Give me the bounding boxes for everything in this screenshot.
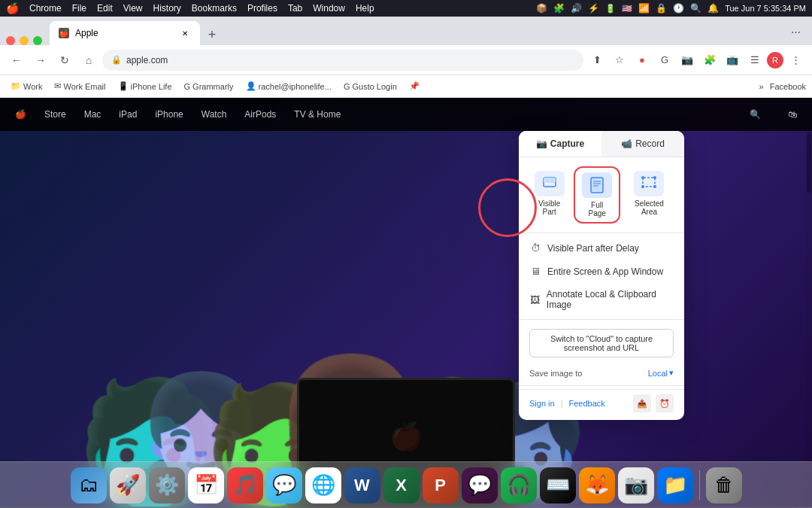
help-menu[interactable]: Help bbox=[356, 3, 374, 14]
apple-nav-iphone[interactable]: iPhone bbox=[155, 109, 183, 120]
selected-area-icon bbox=[634, 171, 664, 196]
apple-nav-mac[interactable]: Mac bbox=[84, 109, 102, 120]
visible-after-delay-label: Visible Part after Delay bbox=[547, 243, 639, 254]
full-page-option[interactable]: Full Page bbox=[574, 166, 620, 224]
view-menu[interactable]: View bbox=[123, 3, 143, 14]
bookmarks-menu[interactable]: Bookmarks bbox=[192, 3, 237, 14]
bookmark-work-email[interactable]: ✉ Work Email bbox=[50, 80, 110, 93]
profiles-menu[interactable]: Profiles bbox=[247, 3, 277, 14]
tab-close-button[interactable]: ✕ bbox=[179, 27, 191, 39]
dock-slack[interactable]: 💬 bbox=[462, 467, 498, 503]
cast-button[interactable]: 📺 bbox=[722, 50, 743, 71]
dock-files[interactable]: 📁 bbox=[657, 467, 693, 503]
apple-menu[interactable]: 🍎 bbox=[6, 2, 19, 14]
sidebar-button[interactable]: ☰ bbox=[744, 50, 765, 71]
edit-menu[interactable]: Edit bbox=[97, 3, 113, 14]
extension-red-button[interactable]: ● bbox=[632, 50, 653, 71]
dock-word[interactable]: W bbox=[344, 467, 380, 503]
profile-button[interactable]: R bbox=[767, 52, 783, 68]
bookmark-grammarly[interactable]: G Grammarly bbox=[180, 81, 238, 93]
dock-launchpad[interactable]: 🚀 bbox=[110, 467, 146, 503]
window-menu[interactable]: Window bbox=[313, 3, 345, 14]
apple-nav-store[interactable]: Store bbox=[44, 109, 66, 120]
save-location-button[interactable]: Local ▾ bbox=[648, 368, 674, 378]
refresh-button[interactable]: ↻ bbox=[54, 50, 75, 71]
sign-in-link[interactable]: Sign in bbox=[529, 399, 555, 408]
facebook-bookmark[interactable]: Facebook bbox=[770, 82, 806, 91]
dock-chrome[interactable]: 🌐 bbox=[305, 467, 341, 503]
address-bar[interactable]: 🔒 apple.com bbox=[102, 50, 583, 71]
battery-icon[interactable]: 🔋 bbox=[605, 4, 616, 14]
home-button[interactable]: ⌂ bbox=[78, 50, 99, 71]
record-tab[interactable]: 📹 Record bbox=[601, 131, 684, 157]
dock-excel[interactable]: X bbox=[383, 467, 420, 503]
notification-icon[interactable]: 🔔 bbox=[707, 3, 719, 14]
dock-messages[interactable]: 💬 bbox=[266, 467, 302, 503]
window-maximize-button[interactable] bbox=[33, 36, 42, 45]
volume-icon[interactable]: 🔊 bbox=[571, 3, 582, 14]
window-minimize-button[interactable] bbox=[20, 36, 29, 45]
timer-icon[interactable]: ⏰ bbox=[656, 394, 674, 412]
visible-after-delay-item[interactable]: ⏱ Visible Part after Delay bbox=[519, 236, 684, 260]
bookmarks-more[interactable]: » bbox=[759, 82, 764, 91]
selected-area-option[interactable]: Selected Area bbox=[620, 166, 678, 221]
file-menu[interactable]: File bbox=[72, 3, 86, 14]
bookmark-other[interactable]: 📌 bbox=[404, 80, 424, 93]
dock-screenshot[interactable]: 📷 bbox=[618, 467, 654, 503]
new-tab-button[interactable]: + bbox=[201, 24, 223, 45]
screenshot-ext-button[interactable]: 📷 bbox=[677, 50, 698, 71]
visible-part-option[interactable]: Visible Part bbox=[525, 166, 574, 221]
bookmark-rachel[interactable]: 👤 rachel@iphonelife... bbox=[241, 80, 336, 93]
bookmark-iphonelife[interactable]: 📱 iPhone Life bbox=[114, 80, 177, 93]
more-button[interactable]: ⋮ bbox=[785, 50, 806, 71]
annotate-local-item[interactable]: 🖼 Annotate Local & Clipboard Image bbox=[519, 283, 684, 316]
feedback-link[interactable]: Feedback bbox=[569, 399, 605, 408]
dock-powerpoint[interactable]: P bbox=[423, 467, 459, 503]
chrome-menu[interactable]: Chrome bbox=[29, 3, 62, 14]
bookmark-gusto[interactable]: G Gusto Login bbox=[339, 81, 401, 93]
clock-icon[interactable]: 🕐 bbox=[673, 3, 684, 14]
upload-icon[interactable]: 📤 bbox=[633, 394, 651, 412]
wifi-icon[interactable]: 📶 bbox=[638, 3, 650, 14]
dock-terminal[interactable]: ⌨️ bbox=[540, 467, 576, 503]
puzzle-button[interactable]: 🧩 bbox=[699, 50, 720, 71]
extension-icon[interactable]: 🧩 bbox=[553, 3, 565, 14]
active-tab[interactable]: 🍎 Apple ✕ bbox=[50, 21, 200, 45]
bluetooth-icon[interactable]: ⚡ bbox=[588, 3, 599, 14]
dock-spotify[interactable]: 🎧 bbox=[501, 467, 537, 503]
background-scene: 🧑 👧 🧑 👩 🧑 🧒 🍎 bbox=[0, 131, 812, 506]
extensions-button[interactable]: ⋯ bbox=[785, 21, 806, 42]
capture-tab[interactable]: 📷 Capture bbox=[519, 131, 601, 157]
entire-screen-item[interactable]: 🖥 Entire Screen & App Window bbox=[519, 260, 684, 283]
dock-trash[interactable]: 🗑 bbox=[706, 467, 742, 503]
dock-calendar[interactable]: 📅 bbox=[188, 467, 224, 503]
apple-nav-bag[interactable]: 🛍 bbox=[788, 109, 797, 120]
share-button[interactable]: ⬆ bbox=[586, 50, 607, 71]
dock-system-prefs[interactable]: ⚙️ bbox=[149, 467, 185, 503]
cloud-switch-button[interactable]: Switch to "Cloud" to capture screenshot … bbox=[529, 329, 674, 357]
page-content: 🍎 Store Mac iPad iPhone Watch AirPods TV… bbox=[0, 98, 812, 506]
bookmark-button[interactable]: ☆ bbox=[609, 50, 630, 71]
dock-music[interactable]: 🎵 bbox=[227, 467, 263, 503]
work-folder-icon: 📁 bbox=[11, 81, 21, 91]
apple-nav-ipad[interactable]: iPad bbox=[119, 109, 137, 120]
dropbox-icon[interactable]: 📦 bbox=[536, 3, 547, 14]
dock-finder[interactable]: 🗂 bbox=[71, 467, 107, 503]
dock-firefox[interactable]: 🦊 bbox=[579, 467, 615, 503]
lock-icon[interactable]: 🔒 bbox=[656, 3, 667, 14]
back-button[interactable]: ← bbox=[6, 50, 27, 71]
window-close-button[interactable] bbox=[6, 36, 15, 45]
bookmark-work[interactable]: 📁 Work bbox=[6, 80, 47, 93]
forward-button[interactable]: → bbox=[30, 50, 51, 71]
apple-nav-search[interactable]: 🔍 bbox=[750, 109, 761, 120]
spotlight-icon[interactable]: 🔍 bbox=[690, 3, 701, 14]
user-flag-icon[interactable]: 🇺🇸 bbox=[622, 4, 632, 14]
history-menu[interactable]: History bbox=[153, 3, 181, 14]
tab-menu[interactable]: Tab bbox=[288, 3, 302, 14]
grammarly-button[interactable]: G bbox=[654, 50, 675, 71]
screenshot-popup: 📷 Capture 📹 Record Visible Part bbox=[519, 131, 684, 420]
apple-nav-tv[interactable]: TV & Home bbox=[294, 109, 341, 120]
apple-nav-airpods[interactable]: AirPods bbox=[244, 109, 276, 120]
apple-nav-logo[interactable]: 🍎 bbox=[15, 109, 26, 120]
apple-nav-watch[interactable]: Watch bbox=[201, 109, 227, 120]
